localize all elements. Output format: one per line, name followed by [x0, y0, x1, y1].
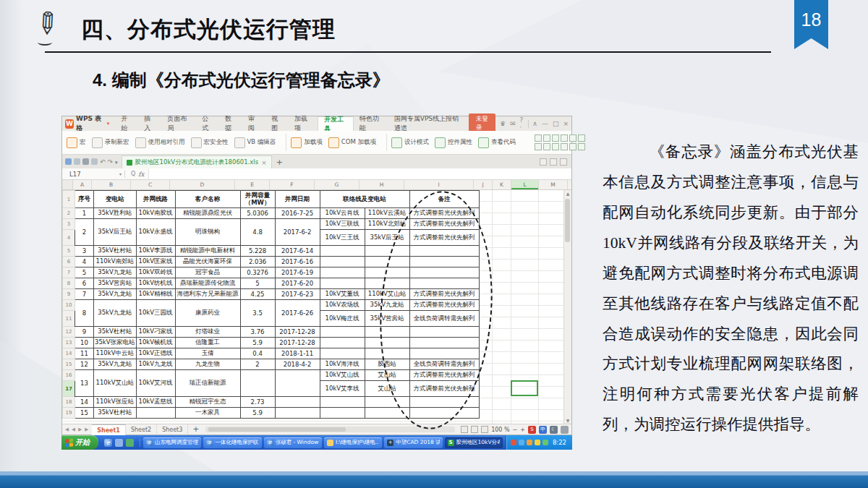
table-cell[interactable]: 10kV梅庄线 [320, 311, 365, 327]
export-icon[interactable] [74, 158, 80, 165]
table-cell[interactable]: 2017-6-14 [275, 246, 320, 257]
table-cell[interactable] [409, 338, 479, 348]
table-cell[interactable] [409, 408, 479, 419]
table-cell[interactable]: 全线负荷调转需先解列 [409, 359, 479, 370]
table-cell[interactable]: 10kV三园线 [136, 300, 175, 327]
table-cell[interactable]: 9 [75, 327, 94, 338]
table-cell[interactable]: 35kV九龙站 [94, 267, 137, 278]
table-cell[interactable]: 6 [75, 278, 94, 289]
row-header[interactable]: 12 [63, 327, 75, 338]
taskbar-button[interactable]: S胶州地区10kV分布... [445, 437, 503, 448]
menu-tab[interactable]: 公式 [196, 116, 219, 131]
undo-icon[interactable]: ↶ [100, 158, 106, 166]
table-cell[interactable]: 冠宇食品 [175, 267, 240, 278]
column-header[interactable]: B [92, 180, 131, 189]
table-cell[interactable] [320, 257, 365, 267]
table-cell[interactable]: 10 [75, 338, 94, 348]
redo-icon[interactable]: ↷ [108, 158, 114, 166]
document-tab[interactable]: 胶州地区10kV分布式电源统计表180601.xls × [122, 155, 272, 168]
table-cell[interactable]: 2017-12-28 [275, 338, 320, 348]
ribbon-item[interactable]: COM 加载项 [328, 137, 376, 148]
add-sheet-button[interactable]: + [192, 424, 199, 434]
internet-explorer-icon[interactable]: e [104, 439, 112, 447]
table-cell[interactable]: 10kV永盛线 [136, 219, 175, 246]
table-cell[interactable]: 10kV匡家线 [136, 257, 175, 267]
row-header[interactable]: 11 [63, 311, 75, 327]
scroll-up-icon[interactable]: ▲ [564, 191, 571, 196]
column-header[interactable]: K [493, 180, 511, 189]
table-cell[interactable]: 方式调整前光伏先解列 [409, 300, 479, 311]
row-header[interactable]: 5 [63, 246, 75, 257]
menu-tab[interactable]: 视图 [265, 116, 289, 131]
column-header[interactable]: F [270, 180, 315, 189]
close-tab-icon[interactable]: × [261, 159, 267, 166]
table-header-cell[interactable]: 并网线路 [136, 191, 175, 208]
table-cell[interactable]: 8 [75, 300, 94, 327]
taskbar-button[interactable]: e一体化继电保护联... [203, 437, 261, 448]
table-cell[interactable] [365, 246, 409, 257]
table-cell[interactable]: 瑞正信新能源 [175, 370, 240, 397]
table-cell[interactable]: 信隆重工 [175, 338, 240, 348]
table-cell[interactable]: 晶能光伏海宴环保 [175, 257, 240, 267]
sheet-tab[interactable]: Sheet1 [92, 424, 126, 435]
network-tray-icon[interactable] [519, 440, 524, 445]
menu-tab[interactable]: 页面布局 [161, 116, 196, 131]
column-header[interactable]: E [235, 180, 270, 189]
collapse-ribbon-icon[interactable]: ∧ [532, 120, 537, 127]
table-cell[interactable]: 康原药业 [175, 300, 240, 327]
table-cell[interactable]: 海德利东方兄弟新能源 [175, 289, 240, 300]
table-cell[interactable]: 35kV营房站 [94, 278, 137, 289]
page-layout-view-icon[interactable] [471, 426, 478, 433]
table-cell[interactable]: 14 [75, 397, 94, 408]
taskbar-button[interactable]: +中望CAD 2018 试... [384, 437, 442, 448]
table-cell[interactable] [240, 370, 275, 397]
table-cell[interactable]: 35kV后王站 [94, 219, 137, 246]
table-cell[interactable]: 10kV双岭线 [136, 267, 175, 278]
table-cell[interactable]: 2017-6-2 [275, 219, 320, 246]
table-cell[interactable]: 10kV海洋线 [320, 359, 365, 370]
table-cell[interactable]: 11 [75, 348, 94, 359]
table-cell[interactable] [320, 327, 365, 338]
help-icon[interactable]: ?· [520, 116, 524, 131]
column-header[interactable]: L [511, 180, 539, 189]
table-cell[interactable]: 110kV中云站 [94, 348, 137, 359]
wps-logo-icon[interactable]: W [65, 119, 74, 129]
table-cell[interactable]: 10kV正德线 [136, 348, 175, 359]
column-header[interactable]: D [170, 180, 235, 189]
table-cell[interactable] [365, 278, 409, 289]
share-icon[interactable]: ✉ [510, 120, 516, 127]
ime-fullwidth-icon[interactable]: ☾ [550, 426, 558, 434]
column-header[interactable]: I [404, 180, 474, 189]
table-cell[interactable] [275, 370, 320, 397]
table-header-cell[interactable]: 变电站 [94, 191, 137, 208]
tabbar-right-icons[interactable] [540, 158, 567, 166]
ribbon-item[interactable]: VB 编辑器 [234, 137, 276, 148]
table-cell[interactable]: 2.036 [240, 257, 275, 267]
taskbar-button[interactable]: e山东电网调度管理... [143, 437, 201, 448]
table-cell[interactable] [320, 246, 365, 257]
table-cell[interactable]: 15 [75, 408, 94, 419]
table-cell[interactable]: 2017-12-28 [275, 327, 320, 338]
table-cell[interactable]: 全线负荷调转需先解列 [409, 311, 479, 327]
table-cell[interactable]: 7 [75, 289, 94, 300]
row-header[interactable]: 14 [63, 348, 75, 359]
table-cell[interactable]: 35kV九龙站 [365, 300, 409, 311]
messenger-tray-icon[interactable] [535, 440, 540, 445]
print-preview-icon[interactable] [91, 158, 98, 165]
row-header[interactable]: 1 [63, 191, 75, 208]
table-cell[interactable]: 3.5 [240, 300, 275, 327]
column-header[interactable]: H [359, 180, 404, 189]
table-cell[interactable]: 35kV九龙站 [94, 359, 137, 370]
table-cell[interactable]: 5.228 [240, 246, 275, 257]
chevron-down-icon[interactable]: ▾ [107, 121, 110, 127]
table-cell[interactable] [320, 278, 365, 289]
formula-input[interactable] [148, 168, 571, 179]
table-header-cell[interactable]: 并网容量（MW） [240, 191, 275, 208]
menu-tab[interactable]: 开发工具 [318, 116, 354, 131]
table-cell[interactable]: 艾山站 [365, 370, 409, 381]
row-header[interactable]: 16 [63, 370, 75, 381]
table-cell[interactable]: 5.9 [240, 408, 275, 419]
sheet-nav-arrows[interactable]: ◀ ◀ ▶ ▶ [62, 427, 92, 432]
ribbon-item[interactable]: 查看代码 [478, 137, 516, 148]
normal-view-icon[interactable] [461, 426, 468, 433]
